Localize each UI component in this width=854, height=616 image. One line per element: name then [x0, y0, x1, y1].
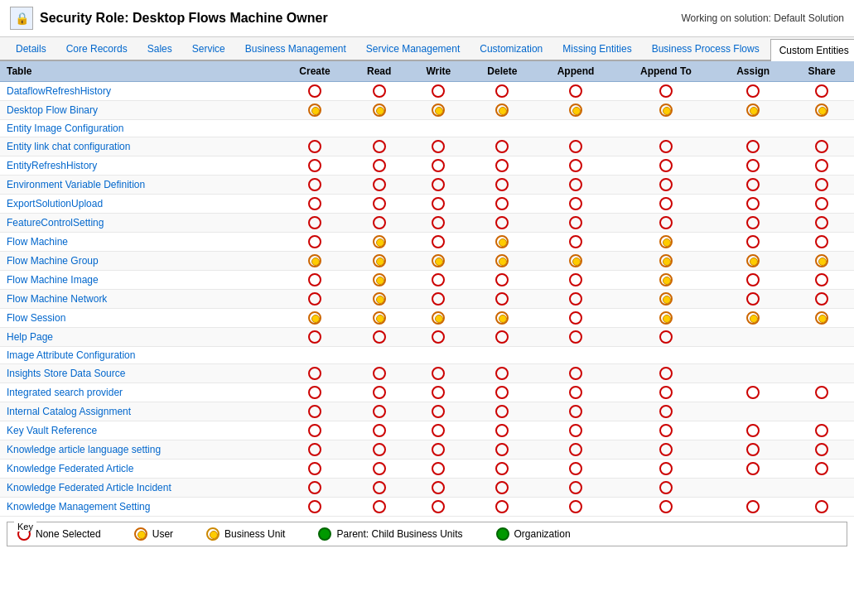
- perm-none-icon[interactable]: [569, 462, 582, 475]
- tab-business-management[interactable]: Business Management: [236, 37, 355, 60]
- perm-user-icon[interactable]: [569, 254, 582, 267]
- perm-cell[interactable]: [468, 402, 536, 421]
- perm-none-icon[interactable]: [659, 481, 673, 494]
- perm-cell[interactable]: [716, 82, 789, 101]
- row-name[interactable]: Flow Machine Group: [0, 252, 280, 271]
- perm-cell[interactable]: [468, 214, 536, 233]
- perm-cell[interactable]: [350, 309, 408, 328]
- perm-cell[interactable]: [468, 383, 536, 402]
- perm-none-icon[interactable]: [373, 462, 386, 475]
- tab-custom-entities[interactable]: Custom Entities: [770, 39, 854, 61]
- perm-cell[interactable]: [408, 460, 468, 479]
- perm-cell[interactable]: [468, 364, 536, 383]
- perm-none-icon[interactable]: [495, 273, 509, 286]
- perm-cell[interactable]: [615, 440, 716, 460]
- perm-none-icon[interactable]: [373, 405, 386, 418]
- perm-none-icon[interactable]: [746, 500, 760, 513]
- perm-cell[interactable]: [716, 498, 789, 517]
- perm-cell[interactable]: [716, 460, 789, 479]
- perm-none-icon[interactable]: [432, 235, 445, 248]
- perm-cell[interactable]: [716, 195, 789, 214]
- perm-cell[interactable]: [468, 421, 536, 440]
- perm-user-icon[interactable]: [432, 254, 445, 267]
- perm-cell[interactable]: [536, 460, 615, 479]
- perm-cell[interactable]: [536, 402, 615, 421]
- perm-cell[interactable]: [350, 347, 408, 364]
- perm-none-icon[interactable]: [495, 424, 509, 437]
- perm-cell[interactable]: [536, 421, 615, 440]
- row-name[interactable]: Desktop Flow Binary: [0, 101, 280, 120]
- perm-user-icon[interactable]: [815, 311, 828, 325]
- perm-none-icon[interactable]: [373, 140, 386, 153]
- tab-core-records[interactable]: Core Records: [57, 37, 137, 60]
- perm-none-icon[interactable]: [373, 330, 386, 344]
- perm-cell[interactable]: [468, 290, 536, 309]
- perm-none-icon[interactable]: [373, 367, 386, 380]
- perm-user-icon[interactable]: [373, 273, 386, 286]
- perm-cell[interactable]: [716, 156, 789, 176]
- perm-cell[interactable]: [615, 137, 716, 156]
- row-name[interactable]: FeatureControlSetting: [0, 214, 280, 233]
- perm-user-icon[interactable]: [495, 235, 509, 248]
- perm-none-icon[interactable]: [659, 330, 673, 344]
- perm-none-icon[interactable]: [569, 84, 582, 98]
- perm-none-icon[interactable]: [432, 178, 445, 191]
- perm-cell[interactable]: [280, 440, 350, 460]
- perm-none-icon[interactable]: [495, 330, 509, 344]
- perm-none-icon[interactable]: [815, 159, 828, 172]
- perm-cell[interactable]: [789, 195, 854, 214]
- perm-none-icon[interactable]: [659, 159, 673, 172]
- perm-none-icon[interactable]: [495, 443, 509, 456]
- perm-none-icon[interactable]: [373, 216, 386, 229]
- perm-none-icon[interactable]: [815, 443, 828, 456]
- perm-user-icon[interactable]: [495, 254, 509, 267]
- perm-user-icon[interactable]: [432, 311, 445, 325]
- perm-cell[interactable]: [280, 195, 350, 214]
- perm-cell[interactable]: [408, 309, 468, 328]
- perm-none-icon[interactable]: [432, 159, 445, 172]
- perm-none-icon[interactable]: [659, 84, 673, 98]
- perm-cell[interactable]: [789, 309, 854, 328]
- perm-cell[interactable]: [280, 328, 350, 347]
- perm-cell[interactable]: [615, 309, 716, 328]
- perm-cell[interactable]: [536, 176, 615, 195]
- perm-none-icon[interactable]: [746, 273, 760, 286]
- perm-cell[interactable]: [350, 195, 408, 214]
- perm-cell[interactable]: [350, 421, 408, 440]
- perm-none-icon[interactable]: [495, 462, 509, 475]
- perm-cell[interactable]: [536, 347, 615, 364]
- perm-cell[interactable]: [615, 347, 716, 364]
- perm-cell[interactable]: [280, 290, 350, 309]
- perm-cell[interactable]: [350, 402, 408, 421]
- perm-cell[interactable]: [615, 120, 716, 137]
- perm-none-icon[interactable]: [373, 159, 386, 172]
- perm-cell[interactable]: [280, 252, 350, 271]
- perm-none-icon[interactable]: [815, 424, 828, 437]
- perm-cell[interactable]: [716, 252, 789, 271]
- perm-none-icon[interactable]: [373, 443, 386, 456]
- perm-none-icon[interactable]: [308, 443, 321, 456]
- perm-cell[interactable]: [615, 82, 716, 101]
- perm-none-icon[interactable]: [495, 386, 509, 399]
- perm-cell[interactable]: [789, 290, 854, 309]
- perm-cell[interactable]: [408, 347, 468, 364]
- row-name[interactable]: Environment Variable Definition: [0, 176, 280, 195]
- perm-cell[interactable]: [615, 156, 716, 176]
- perm-none-icon[interactable]: [746, 84, 760, 98]
- perm-cell[interactable]: [468, 347, 536, 364]
- perm-none-icon[interactable]: [815, 462, 828, 475]
- perm-none-icon[interactable]: [495, 500, 509, 513]
- perm-none-icon[interactable]: [569, 500, 582, 513]
- perm-cell[interactable]: [716, 402, 789, 421]
- perm-none-icon[interactable]: [659, 424, 673, 437]
- row-name[interactable]: DataflowRefreshHistory: [0, 82, 280, 101]
- perm-cell[interactable]: [468, 479, 536, 498]
- perm-cell[interactable]: [408, 383, 468, 402]
- perm-cell[interactable]: [408, 101, 468, 120]
- row-name[interactable]: Knowledge Management Setting: [0, 498, 280, 517]
- row-name[interactable]: Flow Machine Network: [0, 290, 280, 309]
- perm-cell[interactable]: [408, 233, 468, 252]
- perm-cell[interactable]: [789, 498, 854, 517]
- perm-cell[interactable]: [468, 252, 536, 271]
- perm-cell[interactable]: [789, 421, 854, 440]
